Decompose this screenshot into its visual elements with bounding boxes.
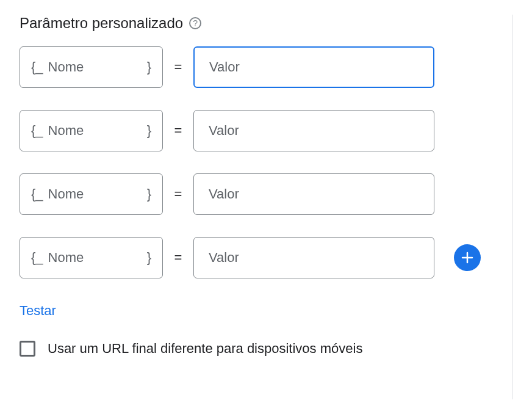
plus-icon — [460, 250, 475, 265]
param-value-input[interactable] — [193, 110, 434, 151]
brace-close: } — [147, 59, 151, 75]
section-header: Parâmetro personalizado ? — [20, 15, 487, 32]
add-param-button[interactable] — [454, 244, 481, 271]
equals-sign: = — [173, 123, 184, 139]
param-row: {_ } = — [20, 237, 487, 278]
name-input-wrapper[interactable]: {_ } — [20, 46, 163, 88]
name-input-wrapper[interactable]: {_ } — [20, 110, 163, 151]
brace-close: } — [147, 186, 151, 202]
param-row: {_ } = — [20, 110, 487, 151]
param-rows: {_ } = {_ } = {_ } = — [20, 46, 487, 278]
mobile-url-checkbox-label[interactable]: Usar um URL final diferente para disposi… — [48, 341, 362, 357]
brace-close: } — [147, 123, 151, 139]
mobile-url-checkbox-row: Usar um URL final diferente para disposi… — [20, 341, 487, 357]
param-name-input[interactable] — [48, 250, 142, 266]
section-title: Parâmetro personalizado — [20, 15, 183, 32]
param-value-input[interactable] — [193, 46, 434, 88]
param-name-input[interactable] — [48, 59, 142, 75]
mobile-url-checkbox[interactable] — [20, 341, 35, 357]
param-name-input[interactable] — [48, 123, 142, 139]
equals-sign: = — [173, 250, 184, 266]
brace-open: {_ — [31, 250, 43, 266]
brace-open: {_ — [31, 186, 43, 202]
brace-close: } — [147, 250, 151, 266]
param-value-input[interactable] — [193, 173, 434, 215]
equals-sign: = — [173, 186, 184, 202]
help-icon[interactable]: ? — [189, 17, 201, 29]
param-row: {_ } = — [20, 46, 487, 88]
param-row: {_ } = — [20, 173, 487, 215]
brace-open: {_ — [31, 123, 43, 139]
name-input-wrapper[interactable]: {_ } — [20, 237, 163, 278]
test-link[interactable]: Testar — [20, 303, 56, 319]
param-value-input[interactable] — [193, 237, 434, 278]
brace-open: {_ — [31, 59, 43, 75]
equals-sign: = — [173, 59, 184, 75]
param-name-input[interactable] — [48, 186, 142, 202]
name-input-wrapper[interactable]: {_ } — [20, 173, 163, 215]
